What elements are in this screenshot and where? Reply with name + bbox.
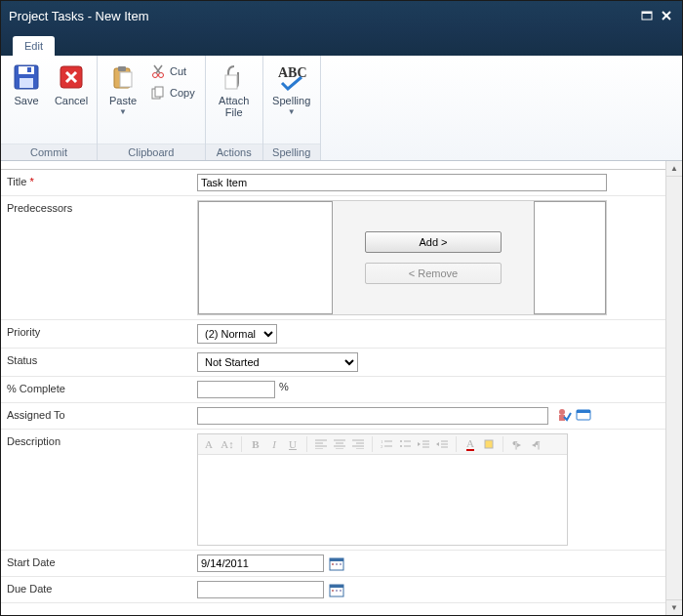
highlight-button[interactable] xyxy=(482,436,496,452)
window-title: Project Tasks - New Item xyxy=(9,9,639,23)
description-textarea[interactable] xyxy=(198,455,567,543)
rtl-button[interactable]: ◂¶ xyxy=(529,436,542,452)
label-title: Title xyxy=(7,176,26,187)
due-date-input[interactable] xyxy=(197,581,324,598)
assigned-to-input[interactable] xyxy=(197,407,548,425)
ribbon: Save Cancel Commit Paste ▼ xyxy=(1,56,682,161)
status-select[interactable]: Not Started xyxy=(197,352,358,372)
percent-suffix: % xyxy=(279,381,289,392)
field-percent-complete: % Complete % xyxy=(1,376,665,402)
svg-rect-13 xyxy=(120,72,132,87)
svg-rect-61 xyxy=(332,590,334,592)
svg-rect-5 xyxy=(19,66,34,74)
svg-rect-25 xyxy=(577,410,590,413)
titlebar: Project Tasks - New Item xyxy=(1,1,682,30)
ribbon-group-label: Actions xyxy=(206,144,262,160)
spelling-icon: ABC xyxy=(276,62,307,93)
field-assigned-to: Assigned To xyxy=(1,402,665,429)
chevron-down-icon: ▼ xyxy=(288,108,296,116)
spelling-button[interactable]: ABC Spelling ▼ xyxy=(267,58,316,116)
label-percent-complete: % Complete xyxy=(7,381,197,398)
vertical-scrollbar[interactable]: ▲ ▼ xyxy=(665,161,682,615)
save-button[interactable]: Save xyxy=(5,58,48,106)
field-due-date: Due Date xyxy=(1,576,665,603)
add-predecessor-button[interactable]: Add > xyxy=(365,231,502,253)
calendar-icon[interactable] xyxy=(328,581,345,598)
tab-edit[interactable]: Edit xyxy=(13,36,55,56)
field-predecessors: Predecessors Add > < Remove xyxy=(1,195,665,319)
priority-select[interactable]: (2) Normal xyxy=(197,324,277,344)
font-color-button[interactable]: A xyxy=(463,436,477,452)
outdent-button[interactable] xyxy=(417,436,430,452)
field-description: Description A A↕ B I U xyxy=(1,429,665,550)
title-input[interactable] xyxy=(197,174,607,191)
font-button[interactable]: A xyxy=(202,436,216,452)
ltr-button[interactable]: ¶▸ xyxy=(510,436,524,452)
svg-rect-54 xyxy=(330,558,343,561)
rich-text-editor: A A↕ B I U 12 xyxy=(197,433,568,546)
svg-point-42 xyxy=(400,440,402,442)
numbered-list-button[interactable]: 12 xyxy=(380,436,393,452)
ribbon-group-label: Commit xyxy=(1,144,97,160)
field-status: Status Not Started xyxy=(1,348,665,376)
cut-button[interactable]: Cut xyxy=(146,62,199,81)
attach-file-icon xyxy=(219,62,250,93)
align-right-button[interactable] xyxy=(351,436,365,452)
form-body: Title * Predecessors Add > < Remove xyxy=(1,161,682,615)
maximize-icon[interactable] xyxy=(639,8,655,23)
svg-rect-12 xyxy=(118,66,126,71)
check-names-icon[interactable] xyxy=(556,407,572,423)
percent-complete-input[interactable] xyxy=(197,381,275,398)
svg-rect-63 xyxy=(340,590,342,592)
rte-toolbar: A A↕ B I U 12 xyxy=(198,434,567,455)
underline-button[interactable]: U xyxy=(286,436,300,452)
paste-icon xyxy=(107,62,139,93)
label-predecessors: Predecessors xyxy=(7,200,197,315)
field-title: Title * xyxy=(1,169,665,195)
svg-rect-56 xyxy=(332,563,334,565)
copy-icon xyxy=(150,85,166,101)
scroll-up-button[interactable]: ▲ xyxy=(666,161,682,177)
field-start-date: Start Date xyxy=(1,550,665,576)
ribbon-group-clipboard: Paste ▼ Cut Copy xyxy=(98,56,206,160)
label-priority: Priority xyxy=(7,324,197,344)
italic-button[interactable]: I xyxy=(267,436,281,452)
label-status: Status xyxy=(7,352,197,372)
predecessors-selected-list[interactable] xyxy=(534,201,606,314)
copy-button[interactable]: Copy xyxy=(146,83,199,103)
paste-button[interactable]: Paste ▼ xyxy=(101,58,144,116)
font-size-button[interactable]: A↕ xyxy=(221,436,234,452)
remove-predecessor-button[interactable]: < Remove xyxy=(365,263,502,284)
cut-icon xyxy=(150,63,166,79)
field-priority: Priority (2) Normal xyxy=(1,319,665,348)
bulleted-list-button[interactable] xyxy=(398,436,412,452)
align-left-button[interactable] xyxy=(314,436,328,452)
calendar-icon[interactable] xyxy=(328,554,345,572)
svg-rect-52 xyxy=(485,440,493,448)
ribbon-group-label: Spelling xyxy=(263,144,320,160)
cancel-icon xyxy=(56,62,87,93)
ribbon-group-label: Clipboard xyxy=(98,144,205,160)
attach-file-button[interactable]: Attach File xyxy=(210,58,259,118)
dialog-window: Project Tasks - New Item Edit Save xyxy=(0,0,683,616)
bold-button[interactable]: B xyxy=(249,436,262,452)
indent-button[interactable] xyxy=(435,436,449,452)
predecessors-available-list[interactable] xyxy=(198,201,333,314)
label-start-date: Start Date xyxy=(7,554,197,572)
svg-text:ABC: ABC xyxy=(278,65,307,80)
align-center-button[interactable] xyxy=(333,436,346,452)
svg-rect-19 xyxy=(155,87,163,97)
svg-rect-20 xyxy=(225,75,237,89)
ribbon-group-commit: Save Cancel Commit xyxy=(1,56,98,160)
ribbon-tabstrip: Edit xyxy=(1,30,682,56)
ribbon-group-spelling: ABC Spelling ▼ Spelling xyxy=(263,56,321,160)
label-assigned-to: Assigned To xyxy=(7,407,197,425)
svg-rect-57 xyxy=(336,563,338,565)
svg-point-22 xyxy=(559,409,565,415)
browse-people-icon[interactable] xyxy=(576,407,591,423)
start-date-input[interactable] xyxy=(197,554,324,572)
ribbon-group-actions: Attach File Actions xyxy=(206,56,263,160)
cancel-button[interactable]: Cancel xyxy=(50,58,93,106)
scroll-down-button[interactable]: ▼ xyxy=(666,599,682,615)
close-icon[interactable] xyxy=(659,8,674,23)
